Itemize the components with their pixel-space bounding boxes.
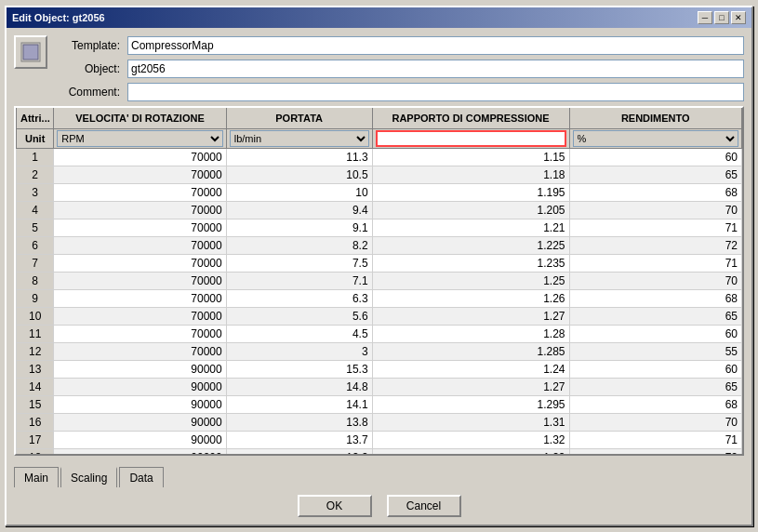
cell-por: 7.1 bbox=[226, 272, 372, 289]
cell-rap: 1.24 bbox=[372, 360, 569, 378]
cell-ren: 65 bbox=[569, 307, 741, 325]
maximize-button[interactable]: □ bbox=[714, 11, 729, 24]
content-area: Template: Object: Comment: bbox=[7, 28, 751, 463]
cell-vel: 70000 bbox=[54, 325, 226, 342]
template-input[interactable] bbox=[127, 36, 744, 55]
main-window: Edit Object: gt2056 ─ □ ✕ Template: bbox=[5, 6, 753, 526]
cell-por: 7.5 bbox=[226, 254, 372, 272]
comment-input[interactable] bbox=[127, 83, 744, 101]
cell-ren: 71 bbox=[569, 219, 741, 236]
cell-ren: 70 bbox=[569, 272, 741, 289]
unit-por-select[interactable]: lb/min bbox=[230, 130, 369, 147]
cell-rap: 1.285 bbox=[372, 342, 569, 360]
comment-row: Comment: bbox=[55, 82, 744, 102]
unit-label: Unit bbox=[17, 128, 54, 148]
ok-button[interactable]: OK bbox=[298, 495, 372, 517]
cell-por: 13.2 bbox=[226, 448, 372, 454]
cell-rap: 1.28 bbox=[372, 325, 569, 342]
table-header-row: Attri... VELOCITA' DI ROTAZIONE PORTATA … bbox=[17, 108, 742, 128]
data-table-container: Attri... VELOCITA' DI ROTAZIONE PORTATA … bbox=[14, 106, 744, 456]
table-row: 13 90000 15.3 1.24 60 bbox=[17, 360, 742, 378]
unit-vel-select[interactable]: RPM bbox=[57, 130, 222, 147]
table-row: 1 70000 11.3 1.15 60 bbox=[17, 148, 742, 166]
cell-vel: 90000 bbox=[54, 431, 226, 448]
tab-main[interactable]: Main bbox=[14, 467, 59, 487]
cell-vel: 90000 bbox=[54, 448, 226, 454]
unit-ren[interactable]: % bbox=[569, 128, 741, 148]
cell-ren: 68 bbox=[569, 395, 741, 413]
cell-vel: 70000 bbox=[54, 254, 226, 272]
cell-idx: 3 bbox=[17, 183, 54, 201]
svg-rect-1 bbox=[23, 45, 38, 60]
col-header-attr: Attri... bbox=[17, 108, 54, 128]
object-icon bbox=[14, 35, 47, 69]
cancel-button[interactable]: Cancel bbox=[387, 495, 461, 517]
cell-por: 5.6 bbox=[226, 307, 372, 325]
table-row: 7 70000 7.5 1.235 71 bbox=[17, 254, 742, 272]
unit-rap-input[interactable] bbox=[376, 130, 566, 147]
unit-vel[interactable]: RPM bbox=[54, 128, 226, 148]
cell-idx: 18 bbox=[17, 448, 54, 454]
table-row: 6 70000 8.2 1.225 72 bbox=[17, 236, 742, 254]
cell-por: 13.8 bbox=[226, 413, 372, 431]
cell-por: 11.3 bbox=[226, 148, 372, 166]
cell-idx: 5 bbox=[17, 219, 54, 236]
cell-por: 9.1 bbox=[226, 219, 372, 236]
tab-scaling[interactable]: Scaling bbox=[60, 467, 117, 487]
table-scroll-area[interactable]: Attri... VELOCITA' DI ROTAZIONE PORTATA … bbox=[16, 108, 742, 454]
tab-data[interactable]: Data bbox=[119, 467, 163, 487]
cell-vel: 70000 bbox=[54, 307, 226, 325]
col-header-rap: RAPPORTO DI COMPRESSIONE bbox=[372, 108, 569, 128]
cell-idx: 13 bbox=[17, 360, 54, 378]
object-input[interactable] bbox=[127, 60, 744, 78]
window-title: Edit Object: gt2056 bbox=[12, 12, 105, 23]
cell-vel: 70000 bbox=[54, 236, 226, 254]
unit-por[interactable]: lb/min bbox=[226, 128, 372, 148]
cell-idx: 7 bbox=[17, 254, 54, 272]
table-row: 17 90000 13.7 1.32 71 bbox=[17, 431, 742, 448]
cell-vel: 70000 bbox=[54, 201, 226, 219]
data-table: Attri... VELOCITA' DI ROTAZIONE PORTATA … bbox=[16, 108, 742, 454]
cell-por: 8.2 bbox=[226, 236, 372, 254]
col-header-vel: VELOCITA' DI ROTAZIONE bbox=[54, 108, 226, 128]
table-row: 4 70000 9.4 1.205 70 bbox=[17, 201, 742, 219]
table-row: 15 90000 14.1 1.295 68 bbox=[17, 395, 742, 413]
cell-rap: 1.21 bbox=[372, 219, 569, 236]
table-row: 11 70000 4.5 1.28 60 bbox=[17, 325, 742, 342]
cell-por: 14.1 bbox=[226, 395, 372, 413]
cell-idx: 4 bbox=[17, 201, 54, 219]
cell-vel: 70000 bbox=[54, 289, 226, 307]
cell-por: 9.4 bbox=[226, 201, 372, 219]
table-row: 16 90000 13.8 1.31 70 bbox=[17, 413, 742, 431]
cell-vel: 90000 bbox=[54, 413, 226, 431]
table-row: 2 70000 10.5 1.18 65 bbox=[17, 166, 742, 183]
cell-idx: 12 bbox=[17, 342, 54, 360]
cell-rap: 1.33 bbox=[372, 448, 569, 454]
cell-por: 13.7 bbox=[226, 431, 372, 448]
cell-rap: 1.225 bbox=[372, 236, 569, 254]
unit-ren-select[interactable]: % bbox=[573, 130, 738, 147]
close-button[interactable]: ✕ bbox=[731, 11, 746, 24]
table-row: 18 90000 13.2 1.33 72 bbox=[17, 448, 742, 454]
header-section: Template: Object: Comment: bbox=[14, 35, 744, 102]
table-row: 5 70000 9.1 1.21 71 bbox=[17, 219, 742, 236]
cell-ren: 65 bbox=[569, 378, 741, 395]
cell-por: 14.8 bbox=[226, 378, 372, 395]
cell-rap: 1.27 bbox=[372, 307, 569, 325]
cell-ren: 68 bbox=[569, 183, 741, 201]
cell-por: 10.5 bbox=[226, 166, 372, 183]
cell-vel: 70000 bbox=[54, 219, 226, 236]
minimize-button[interactable]: ─ bbox=[698, 11, 712, 24]
cell-rap: 1.295 bbox=[372, 395, 569, 413]
cell-idx: 2 bbox=[17, 166, 54, 183]
table-row: 9 70000 6.3 1.26 68 bbox=[17, 289, 742, 307]
cell-por: 4.5 bbox=[226, 325, 372, 342]
cell-vel: 90000 bbox=[54, 395, 226, 413]
object-label: Object: bbox=[55, 62, 120, 75]
template-label: Template: bbox=[55, 39, 120, 52]
cell-vel: 70000 bbox=[54, 272, 226, 289]
cell-vel: 70000 bbox=[54, 342, 226, 360]
cell-rap: 1.32 bbox=[372, 431, 569, 448]
table-row: 8 70000 7.1 1.25 70 bbox=[17, 272, 742, 289]
cell-idx: 8 bbox=[17, 272, 54, 289]
